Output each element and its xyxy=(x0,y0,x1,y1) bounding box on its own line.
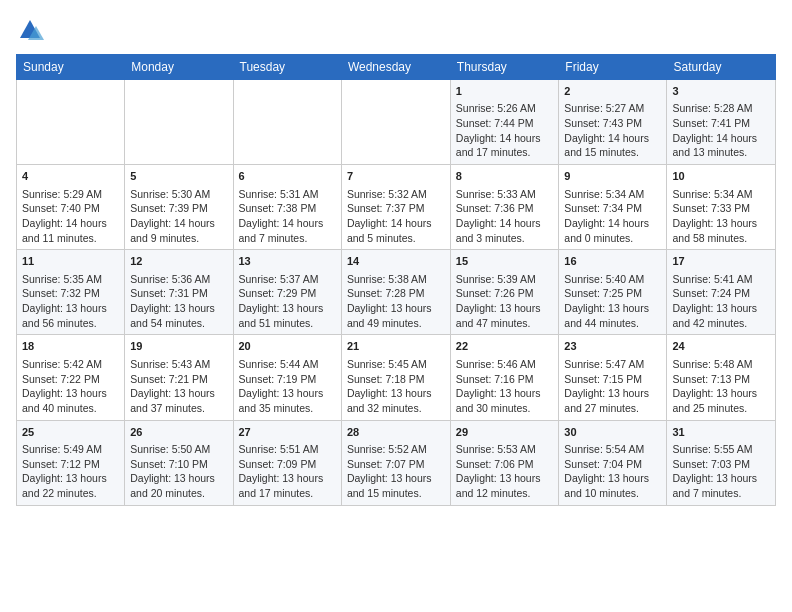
calendar-cell xyxy=(341,80,450,165)
logo-icon xyxy=(16,16,44,44)
calendar-cell: 14Sunrise: 5:38 AM Sunset: 7:28 PM Dayli… xyxy=(341,250,450,335)
cell-content: Sunrise: 5:36 AM Sunset: 7:31 PM Dayligh… xyxy=(130,272,227,331)
day-number: 21 xyxy=(347,339,445,354)
day-number: 6 xyxy=(239,169,336,184)
day-number: 16 xyxy=(564,254,661,269)
calendar-cell: 8Sunrise: 5:33 AM Sunset: 7:36 PM Daylig… xyxy=(450,165,559,250)
day-number: 12 xyxy=(130,254,227,269)
calendar-cell xyxy=(125,80,233,165)
day-number: 11 xyxy=(22,254,119,269)
calendar-cell: 21Sunrise: 5:45 AM Sunset: 7:18 PM Dayli… xyxy=(341,335,450,420)
calendar-cell: 27Sunrise: 5:51 AM Sunset: 7:09 PM Dayli… xyxy=(233,420,341,505)
page-header xyxy=(16,16,776,44)
calendar-cell: 3Sunrise: 5:28 AM Sunset: 7:41 PM Daylig… xyxy=(667,80,776,165)
day-number: 3 xyxy=(672,84,770,99)
day-number: 5 xyxy=(130,169,227,184)
day-number: 7 xyxy=(347,169,445,184)
cell-content: Sunrise: 5:27 AM Sunset: 7:43 PM Dayligh… xyxy=(564,101,661,160)
cell-content: Sunrise: 5:39 AM Sunset: 7:26 PM Dayligh… xyxy=(456,272,554,331)
cell-content: Sunrise: 5:46 AM Sunset: 7:16 PM Dayligh… xyxy=(456,357,554,416)
calendar-week-row: 4Sunrise: 5:29 AM Sunset: 7:40 PM Daylig… xyxy=(17,165,776,250)
cell-content: Sunrise: 5:34 AM Sunset: 7:34 PM Dayligh… xyxy=(564,187,661,246)
calendar-cell: 5Sunrise: 5:30 AM Sunset: 7:39 PM Daylig… xyxy=(125,165,233,250)
day-number: 24 xyxy=(672,339,770,354)
day-number: 4 xyxy=(22,169,119,184)
cell-content: Sunrise: 5:48 AM Sunset: 7:13 PM Dayligh… xyxy=(672,357,770,416)
cell-content: Sunrise: 5:32 AM Sunset: 7:37 PM Dayligh… xyxy=(347,187,445,246)
calendar-cell: 4Sunrise: 5:29 AM Sunset: 7:40 PM Daylig… xyxy=(17,165,125,250)
day-number: 22 xyxy=(456,339,554,354)
cell-content: Sunrise: 5:31 AM Sunset: 7:38 PM Dayligh… xyxy=(239,187,336,246)
calendar-cell: 24Sunrise: 5:48 AM Sunset: 7:13 PM Dayli… xyxy=(667,335,776,420)
calendar-cell: 6Sunrise: 5:31 AM Sunset: 7:38 PM Daylig… xyxy=(233,165,341,250)
calendar-cell: 18Sunrise: 5:42 AM Sunset: 7:22 PM Dayli… xyxy=(17,335,125,420)
column-header-sunday: Sunday xyxy=(17,55,125,80)
calendar-cell: 26Sunrise: 5:50 AM Sunset: 7:10 PM Dayli… xyxy=(125,420,233,505)
column-header-saturday: Saturday xyxy=(667,55,776,80)
calendar-cell: 19Sunrise: 5:43 AM Sunset: 7:21 PM Dayli… xyxy=(125,335,233,420)
calendar-cell: 20Sunrise: 5:44 AM Sunset: 7:19 PM Dayli… xyxy=(233,335,341,420)
day-number: 19 xyxy=(130,339,227,354)
calendar-cell: 11Sunrise: 5:35 AM Sunset: 7:32 PM Dayli… xyxy=(17,250,125,335)
cell-content: Sunrise: 5:53 AM Sunset: 7:06 PM Dayligh… xyxy=(456,442,554,501)
day-number: 27 xyxy=(239,425,336,440)
calendar-cell xyxy=(233,80,341,165)
calendar-table: SundayMondayTuesdayWednesdayThursdayFrid… xyxy=(16,54,776,506)
calendar-header-row: SundayMondayTuesdayWednesdayThursdayFrid… xyxy=(17,55,776,80)
cell-content: Sunrise: 5:55 AM Sunset: 7:03 PM Dayligh… xyxy=(672,442,770,501)
calendar-cell: 7Sunrise: 5:32 AM Sunset: 7:37 PM Daylig… xyxy=(341,165,450,250)
calendar-cell: 31Sunrise: 5:55 AM Sunset: 7:03 PM Dayli… xyxy=(667,420,776,505)
cell-content: Sunrise: 5:33 AM Sunset: 7:36 PM Dayligh… xyxy=(456,187,554,246)
cell-content: Sunrise: 5:42 AM Sunset: 7:22 PM Dayligh… xyxy=(22,357,119,416)
cell-content: Sunrise: 5:43 AM Sunset: 7:21 PM Dayligh… xyxy=(130,357,227,416)
column-header-wednesday: Wednesday xyxy=(341,55,450,80)
calendar-cell: 10Sunrise: 5:34 AM Sunset: 7:33 PM Dayli… xyxy=(667,165,776,250)
column-header-tuesday: Tuesday xyxy=(233,55,341,80)
day-number: 28 xyxy=(347,425,445,440)
column-header-monday: Monday xyxy=(125,55,233,80)
calendar-cell: 2Sunrise: 5:27 AM Sunset: 7:43 PM Daylig… xyxy=(559,80,667,165)
calendar-cell: 15Sunrise: 5:39 AM Sunset: 7:26 PM Dayli… xyxy=(450,250,559,335)
calendar-week-row: 25Sunrise: 5:49 AM Sunset: 7:12 PM Dayli… xyxy=(17,420,776,505)
day-number: 2 xyxy=(564,84,661,99)
calendar-cell: 22Sunrise: 5:46 AM Sunset: 7:16 PM Dayli… xyxy=(450,335,559,420)
calendar-cell: 12Sunrise: 5:36 AM Sunset: 7:31 PM Dayli… xyxy=(125,250,233,335)
day-number: 18 xyxy=(22,339,119,354)
cell-content: Sunrise: 5:47 AM Sunset: 7:15 PM Dayligh… xyxy=(564,357,661,416)
cell-content: Sunrise: 5:40 AM Sunset: 7:25 PM Dayligh… xyxy=(564,272,661,331)
calendar-cell: 29Sunrise: 5:53 AM Sunset: 7:06 PM Dayli… xyxy=(450,420,559,505)
column-header-friday: Friday xyxy=(559,55,667,80)
day-number: 15 xyxy=(456,254,554,269)
cell-content: Sunrise: 5:26 AM Sunset: 7:44 PM Dayligh… xyxy=(456,101,554,160)
cell-content: Sunrise: 5:41 AM Sunset: 7:24 PM Dayligh… xyxy=(672,272,770,331)
cell-content: Sunrise: 5:30 AM Sunset: 7:39 PM Dayligh… xyxy=(130,187,227,246)
cell-content: Sunrise: 5:29 AM Sunset: 7:40 PM Dayligh… xyxy=(22,187,119,246)
calendar-cell: 16Sunrise: 5:40 AM Sunset: 7:25 PM Dayli… xyxy=(559,250,667,335)
calendar-cell: 30Sunrise: 5:54 AM Sunset: 7:04 PM Dayli… xyxy=(559,420,667,505)
day-number: 26 xyxy=(130,425,227,440)
logo xyxy=(16,16,46,44)
cell-content: Sunrise: 5:35 AM Sunset: 7:32 PM Dayligh… xyxy=(22,272,119,331)
day-number: 29 xyxy=(456,425,554,440)
cell-content: Sunrise: 5:49 AM Sunset: 7:12 PM Dayligh… xyxy=(22,442,119,501)
day-number: 13 xyxy=(239,254,336,269)
cell-content: Sunrise: 5:52 AM Sunset: 7:07 PM Dayligh… xyxy=(347,442,445,501)
cell-content: Sunrise: 5:45 AM Sunset: 7:18 PM Dayligh… xyxy=(347,357,445,416)
calendar-cell: 13Sunrise: 5:37 AM Sunset: 7:29 PM Dayli… xyxy=(233,250,341,335)
cell-content: Sunrise: 5:28 AM Sunset: 7:41 PM Dayligh… xyxy=(672,101,770,160)
calendar-cell: 28Sunrise: 5:52 AM Sunset: 7:07 PM Dayli… xyxy=(341,420,450,505)
cell-content: Sunrise: 5:50 AM Sunset: 7:10 PM Dayligh… xyxy=(130,442,227,501)
calendar-week-row: 18Sunrise: 5:42 AM Sunset: 7:22 PM Dayli… xyxy=(17,335,776,420)
cell-content: Sunrise: 5:38 AM Sunset: 7:28 PM Dayligh… xyxy=(347,272,445,331)
day-number: 17 xyxy=(672,254,770,269)
cell-content: Sunrise: 5:51 AM Sunset: 7:09 PM Dayligh… xyxy=(239,442,336,501)
calendar-week-row: 1Sunrise: 5:26 AM Sunset: 7:44 PM Daylig… xyxy=(17,80,776,165)
day-number: 25 xyxy=(22,425,119,440)
calendar-cell: 25Sunrise: 5:49 AM Sunset: 7:12 PM Dayli… xyxy=(17,420,125,505)
day-number: 9 xyxy=(564,169,661,184)
cell-content: Sunrise: 5:44 AM Sunset: 7:19 PM Dayligh… xyxy=(239,357,336,416)
calendar-week-row: 11Sunrise: 5:35 AM Sunset: 7:32 PM Dayli… xyxy=(17,250,776,335)
day-number: 10 xyxy=(672,169,770,184)
column-header-thursday: Thursday xyxy=(450,55,559,80)
calendar-cell: 9Sunrise: 5:34 AM Sunset: 7:34 PM Daylig… xyxy=(559,165,667,250)
